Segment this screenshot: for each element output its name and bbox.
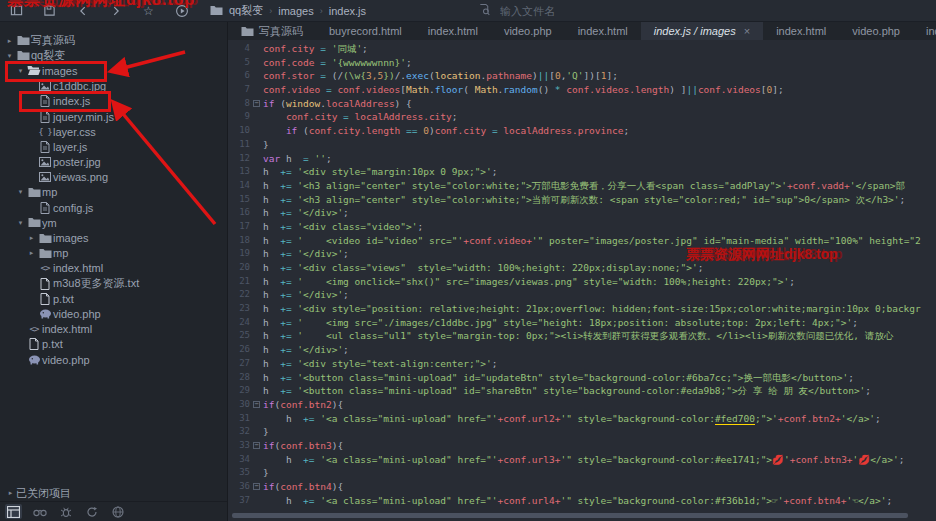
tree-item-label: poster.jpg (53, 156, 101, 168)
fold-marker-icon[interactable]: − (250, 97, 263, 111)
tab-index.js-images[interactable]: index.js / images× (641, 22, 763, 40)
tree-item--[interactable]: ▸写真源码 (0, 33, 227, 48)
tree-item-images[interactable]: ▸images (0, 230, 227, 245)
search-input[interactable] (498, 4, 802, 18)
closed-projects-item[interactable]: ▸ 已关闭项目 (0, 485, 227, 501)
run-icon[interactable] (165, 0, 198, 22)
fold-marker-icon[interactable]: − (250, 398, 263, 412)
fold-spacer (250, 453, 263, 467)
code-lines: 4conf.city = '同城';5conf.code = '{wwwwwwn… (228, 42, 936, 507)
tree-item-qq-[interactable]: ▾qq裂变 (0, 48, 227, 63)
code-text: } (263, 425, 936, 439)
breadcrumb-project[interactable]: qq裂变 (229, 3, 263, 18)
tree-item-m3u8-.txt[interactable]: m3u8更多资源.txt (0, 276, 227, 291)
js-icon (37, 95, 53, 108)
tree-item-video.php[interactable]: video.php (0, 306, 227, 321)
tree-item-p.txt[interactable]: p.txt (0, 337, 227, 352)
php-icon (26, 353, 42, 366)
tree-item-video.php[interactable]: video.php (0, 352, 227, 367)
files-panel-icon[interactable] (5, 504, 22, 519)
tree-item-mp[interactable]: ▾mp (0, 185, 227, 200)
tree-item-jquery.min.js[interactable]: jquery.min.js (0, 109, 227, 124)
line-number: 26 (228, 343, 250, 357)
tree-item-images[interactable]: ▾images (0, 63, 227, 78)
tab-index.html[interactable]: index.html (415, 22, 491, 40)
code-editor[interactable]: 4conf.city = '同城';5conf.code = '{wwwwwwn… (228, 40, 936, 521)
tree-item-mp[interactable]: ▸mp (0, 246, 227, 261)
breadcrumb-folder[interactable]: images (278, 5, 313, 17)
chevron-open-icon[interactable]: ▾ (15, 188, 26, 196)
fold-marker-icon[interactable]: − (250, 439, 263, 453)
tree-item-index.js[interactable]: index.js (0, 94, 227, 109)
save-icon[interactable] (33, 0, 66, 22)
code-text: conf.code = '{wwwwwwnnn}'; (263, 56, 936, 70)
tree-item-poster.jpg[interactable]: poster.jpg (0, 155, 227, 170)
search-icon[interactable] (31, 504, 48, 519)
code-line-8: 8−if (window.localAddress) { (228, 97, 936, 111)
code-line-22: 22h += '</div>'; (228, 288, 936, 302)
tree-item-p.txt[interactable]: p.txt (0, 291, 227, 306)
panel-icon[interactable] (0, 0, 33, 22)
chevron-open-icon[interactable]: ▾ (15, 67, 26, 75)
code-text: h += '<div style="text-align:center;">'; (263, 357, 936, 371)
tab-buyrecord.html[interactable]: buyrecord.html (316, 22, 415, 40)
code-text: if (window.localAddress) { (263, 97, 936, 111)
debug-icon[interactable] (57, 504, 74, 519)
tab-label: buyrecord.html (329, 25, 402, 37)
code-line-24: 24h += ' <img src="./images/c1ddbc.jpg" … (228, 316, 936, 330)
html-icon: <> (26, 323, 42, 336)
breadcrumb-file[interactable]: index.js (329, 5, 366, 17)
fold-spacer (250, 494, 263, 508)
code-text: h += '<div style="margin:10px 0 9px;">'; (263, 165, 936, 179)
folder-icon (26, 186, 42, 199)
chevron-open-icon[interactable]: ▾ (15, 219, 26, 227)
fold-spacer (250, 384, 263, 398)
code-line-9: 9 conf.city = localAddress.city; (228, 110, 936, 124)
close-icon[interactable]: × (744, 25, 750, 37)
code-line-35: 35} (228, 466, 936, 480)
chevron-closed-icon[interactable]: ▸ (4, 37, 15, 45)
js-icon (37, 140, 53, 153)
tab-index.js-ym-im[interactable]: index.js | ym/im (913, 22, 936, 40)
chevron-closed-icon[interactable]: ▸ (26, 249, 37, 257)
tree-item-c1ddbc.jpg[interactable]: c1ddbc.jpg (0, 79, 227, 94)
tab-video.php[interactable]: video.php (491, 22, 565, 40)
tree-item-ym[interactable]: ▾ym (0, 215, 227, 230)
txt-icon (37, 277, 53, 290)
chevron-closed-icon[interactable]: ▸ (26, 234, 37, 242)
line-number: 33 (228, 439, 250, 453)
tree-item-config.js[interactable]: config.js (0, 200, 227, 215)
tree-item-layer.css[interactable]: { }layer.css (0, 124, 227, 139)
browser-icon[interactable] (109, 504, 126, 519)
code-line-33: 33−if(conf.btn3){ (228, 439, 936, 453)
code-line-11: 11} (228, 138, 936, 152)
tree-item-viewas.png[interactable]: viewas.png (0, 170, 227, 185)
star-icon[interactable]: ☆ (132, 0, 165, 22)
line-number: 14 (228, 179, 250, 193)
txt-icon (37, 292, 53, 305)
code-line-21: 21h += ' <img onclick="shx()" src="image… (228, 275, 936, 289)
tab-index.html[interactable]: index.html (565, 22, 641, 40)
tab--[interactable]: 写真源码 (228, 22, 316, 40)
js-icon (37, 110, 53, 123)
tree-item-index.html[interactable]: <>index.html (0, 322, 227, 337)
fold-spacer (250, 412, 263, 426)
sync-icon[interactable] (83, 504, 100, 519)
fold-marker-icon[interactable]: − (250, 480, 263, 494)
horizontal-scrollbar[interactable] (232, 513, 908, 518)
fold-spacer (250, 329, 263, 343)
line-number: 17 (228, 220, 250, 234)
code-line-23: 23h += '<div style="position: relative;h… (228, 302, 936, 316)
back-icon[interactable] (66, 0, 99, 22)
code-line-28: 28h += '<button class="mini-upload" id="… (228, 371, 936, 385)
tab-index.html[interactable]: index.html (763, 22, 839, 40)
chevron-open-icon[interactable]: ▾ (4, 52, 15, 60)
code-line-26: 26h += '</div>'; (228, 343, 936, 357)
tree-item-layer.js[interactable]: layer.js (0, 139, 227, 154)
tab-video.php[interactable]: video.php (839, 22, 913, 40)
closed-projects-label: 已关闭项目 (16, 486, 71, 501)
editor-column: 写真源码buyrecord.htmlindex.htmlvideo.phpind… (228, 22, 936, 521)
tree-item-index.html[interactable]: <>index.html (0, 261, 227, 276)
code-text: if(conf.btn3){ (263, 439, 936, 453)
forward-icon[interactable] (99, 0, 132, 22)
